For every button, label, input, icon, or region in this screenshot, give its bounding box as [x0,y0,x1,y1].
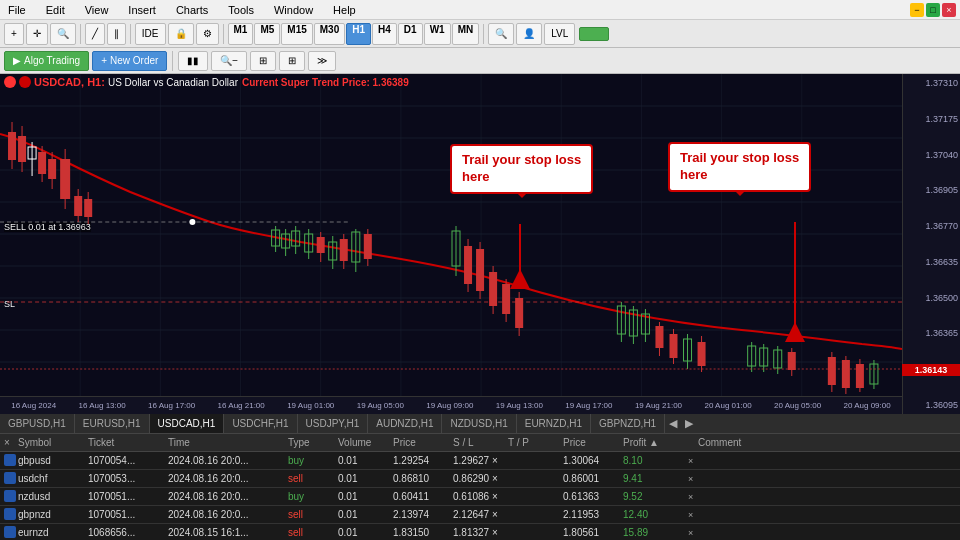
th-current-price: Price [561,437,621,448]
settings-icon: ⚙ [203,28,212,39]
sym-tab-gbpnzd[interactable]: GBPNZD,H1 [591,414,665,433]
sym-tab-eurnzd[interactable]: EURNZD,H1 [517,414,591,433]
menu-insert[interactable]: Insert [124,4,160,16]
row-close-2[interactable]: × [686,474,696,484]
chart-symbol-flag2 [19,76,31,88]
row-close-3[interactable]: × [686,492,696,502]
period-icon: ∥ [114,28,119,39]
new-chart-button[interactable]: + [4,23,24,45]
sym-tab-nav-right[interactable]: ▶ [681,417,697,430]
minimize-button[interactable]: − [910,3,924,17]
sym-tab-usdjpy[interactable]: USDJPY,H1 [298,414,369,433]
sym-tab-nav-left[interactable]: ◀ [665,417,681,430]
more-options[interactable]: ≫ [308,51,336,71]
row-profit-4: 12.40 [621,509,686,520]
menu-tools[interactable]: Tools [224,4,258,16]
crosshair-button[interactable]: ✛ [26,23,48,45]
time-6: 19 Aug 05:00 [357,401,404,410]
sym-tab-usdcad[interactable]: USDCAD,H1 [150,414,225,433]
ide-button[interactable]: IDE [135,23,166,45]
chart-header: USDCAD, H1: US Dollar vs Canadian Dollar… [4,76,409,88]
menu-window[interactable]: Window [270,4,317,16]
new-order-label: New Order [110,55,158,66]
restore-button[interactable]: □ [926,3,940,17]
sym-tab-usdchf[interactable]: USDCHF,H1 [224,414,297,433]
line-studies-button[interactable]: ╱ [85,23,105,45]
menu-view[interactable]: View [81,4,113,16]
row-type-3: buy [286,491,336,502]
zoom-in-button[interactable]: 🔍 [50,23,76,45]
svg-rect-95 [856,364,864,388]
lock-icon: 🔒 [175,28,187,39]
row-volume-4: 0.01 [336,509,391,520]
svg-rect-59 [464,246,472,284]
fit-icon: ⊞ [259,55,267,66]
row-sl-3: 0.61086 × [451,491,506,502]
th-profit[interactable]: Profit ▲ [621,437,686,448]
row-close-4[interactable]: × [686,510,696,520]
row-close-1[interactable]: × [686,456,696,466]
tf-mn[interactable]: MN [452,23,480,45]
tf-m1[interactable]: M1 [228,23,254,45]
super-trend-label: Current Super Trend Price: 1.36389 [242,77,409,88]
lock-button[interactable]: 🔒 [168,23,194,45]
price-5: 1.36770 [905,221,958,231]
tf-m5[interactable]: M5 [254,23,280,45]
row-icon-3 [2,490,16,504]
svg-rect-55 [364,234,372,259]
svg-rect-24 [18,136,26,162]
new-order-button[interactable]: + New Order [92,51,167,71]
menu-edit[interactable]: Edit [42,4,69,16]
algo-trading-button[interactable]: ▶ Algo Trading [4,51,89,71]
zoom-out-button[interactable]: 🔍− [211,51,247,71]
menu-charts[interactable]: Charts [172,4,212,16]
menu-help[interactable]: Help [329,4,360,16]
menu-file[interactable]: File [4,4,30,16]
row-ticket-3: 1070051... [86,491,166,502]
menu-bar: File Edit View Insert Charts Tools Windo… [0,0,960,20]
row-time-3: 2024.08.16 20:0... [166,491,286,502]
toolbar-separator-4 [483,24,484,44]
zoom-fit-button[interactable]: ⊞ [250,51,276,71]
svg-rect-34 [74,196,82,216]
grid-icon: ⊞ [288,55,296,66]
profile-button[interactable]: 👤 [516,23,542,45]
row-current-1: 1.30064 [561,455,621,466]
level-button[interactable]: LVL [544,23,575,45]
row-close-5[interactable]: × [686,528,696,538]
svg-rect-75 [655,326,663,348]
sym-tab-gbpusd[interactable]: GBPUSD,H1 [0,414,75,433]
tf-h1[interactable]: H1 [346,23,371,45]
row-volume-3: 0.01 [336,491,391,502]
sym-tab-audnzd[interactable]: AUDNZD,H1 [368,414,442,433]
row-icon-4 [2,508,16,522]
tf-h4[interactable]: H4 [372,23,397,45]
tf-d1[interactable]: D1 [398,23,423,45]
line-studies-icon: ╱ [92,28,98,39]
close-button[interactable]: × [942,3,956,17]
row-time-2: 2024.08.16 20:0... [166,473,286,484]
row-current-4: 2.11953 [561,509,621,520]
tf-m30[interactable]: M30 [314,23,345,45]
toolbar2-separator [172,51,173,71]
sym-tab-eurusd[interactable]: EURUSD,H1 [75,414,150,433]
th-volume: Volume [336,437,391,448]
row-symbol-2: usdchf [16,473,86,484]
svg-rect-22 [8,132,16,160]
tf-w1[interactable]: W1 [424,23,451,45]
row-type-1: buy [286,455,336,466]
price-8: 1.36365 [905,328,958,338]
settings-button[interactable]: ⚙ [196,23,219,45]
row-current-2: 0.86001 [561,473,621,484]
search-button[interactable]: 🔍 [488,23,514,45]
row-volume-2: 0.01 [336,473,391,484]
tf-m15[interactable]: M15 [281,23,312,45]
chart-type-bars[interactable]: ▮▮ [178,51,208,71]
table-header: × Symbol Ticket Time Type Volume Price S… [0,434,960,452]
price-2: 1.37175 [905,114,958,124]
sym-tab-nzdusd[interactable]: NZDUSD,H1 [442,414,516,433]
grid-button[interactable]: ⊞ [279,51,305,71]
callout-1: Trail your stop losshere [450,144,593,194]
window-controls: − □ × [910,3,956,17]
period-separators-button[interactable]: ∥ [107,23,126,45]
